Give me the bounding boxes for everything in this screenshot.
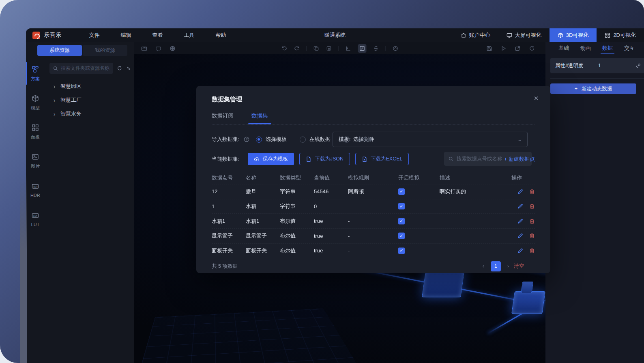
simulate-checkbox[interactable]: ✓ — [398, 233, 405, 239]
save-icon[interactable] — [486, 45, 492, 51]
resource-tree: ›智慧园区 ›智慧工厂 ›智慧水务 — [45, 78, 134, 121]
delete-icon[interactable] — [529, 248, 535, 254]
globe-icon[interactable] — [170, 45, 176, 51]
viz-2d-button[interactable]: 2D可视化 — [597, 28, 644, 42]
download-excel-button[interactable]: 下载为EXCEL — [355, 153, 409, 165]
datapoint-table: 数据点号 名称 数据类型 当前值 模拟规则 开启模拟 描述 操作 12 撒旦 字… — [212, 172, 535, 258]
account-center-button[interactable]: 账户中心 — [453, 28, 498, 42]
refresh-icon[interactable] — [117, 66, 122, 71]
import-label: 导入数据集: — [212, 136, 240, 143]
current-dataset-label: 当前数据集: — [212, 156, 240, 163]
rail-item-model[interactable]: 模型 — [26, 88, 45, 117]
tree-item-smart-factory[interactable]: ›智慧工厂 — [45, 93, 134, 107]
download-json-button[interactable]: 下载为JSON — [299, 153, 350, 165]
screenshot-icon[interactable] — [155, 45, 161, 51]
dynamic-data-row[interactable]: 属性#透明度 1 — [550, 58, 644, 73]
app-logo[interactable]: 乐吾乐 — [32, 32, 62, 39]
search-icon — [449, 156, 453, 161]
page-number[interactable]: 1 — [491, 261, 501, 271]
property-value: 1 — [598, 63, 631, 68]
clear-all-link[interactable]: 清空 — [514, 263, 524, 270]
edit-icon[interactable] — [517, 189, 523, 194]
asset-rail: 方案 模型 面板 图片 HDR HDR LUT LUT — [26, 59, 45, 363]
tab-interaction[interactable]: 交互 — [618, 42, 640, 54]
disc-tool-icon[interactable] — [392, 45, 398, 51]
edit-icon[interactable] — [517, 233, 523, 239]
simulate-checkbox[interactable]: ✓ — [398, 188, 405, 195]
template-select-placeholder: 请选择 — [356, 136, 512, 143]
property-label: 属性#透明度 — [555, 62, 594, 69]
model-cube-icon — [31, 94, 39, 102]
tree-item-smart-park[interactable]: ›智慧园区 — [45, 79, 134, 93]
tree-item-smart-water[interactable]: ›智慧水务 — [45, 107, 134, 121]
menu-help[interactable]: 帮助 — [205, 28, 237, 42]
rail-item-hdr[interactable]: HDR HDR — [26, 175, 45, 205]
table-footer: 共 5 项数据 ‹ 1 › 清空 — [212, 263, 535, 270]
image-icon — [31, 153, 39, 161]
tab-data[interactable]: 数据 — [597, 42, 618, 54]
collapse-panel-icon[interactable] — [126, 66, 131, 71]
clapperboard-icon[interactable] — [141, 45, 147, 51]
delete-icon[interactable] — [529, 233, 535, 239]
rotate-tool-icon[interactable] — [373, 45, 379, 51]
simulate-checkbox[interactable]: ✓ — [398, 218, 405, 224]
paste-icon[interactable] — [326, 45, 332, 51]
equipment-pump[interactable] — [511, 291, 545, 314]
menu-file[interactable]: 文件 — [79, 28, 110, 42]
delete-icon[interactable] — [529, 189, 535, 194]
rail-item-image[interactable]: 图片 — [26, 146, 45, 175]
tab-data-subscription[interactable]: 数据订阅 — [212, 112, 234, 124]
prev-page-icon[interactable]: ‹ — [483, 263, 484, 269]
tab-my-resources[interactable]: 我的资源 — [83, 45, 127, 56]
hdr-icon: HDR — [31, 182, 39, 190]
next-page-icon[interactable]: › — [507, 263, 509, 269]
radio-online-data[interactable]: 在线数据 — [300, 136, 331, 143]
translate-tool-icon[interactable] — [345, 45, 351, 51]
tab-component[interactable]: 组件 — [640, 42, 644, 54]
resource-search-input[interactable]: 搜索文件夹或资源名称 — [49, 63, 113, 74]
menu-tools[interactable]: 工具 — [174, 28, 205, 42]
template-select[interactable]: 模板: 请选择 ⌄ — [333, 132, 528, 147]
play-icon[interactable] — [500, 45, 507, 51]
help-icon[interactable] — [244, 137, 249, 142]
toolbar-right-group — [486, 45, 535, 51]
inspector-panel: 基础 动画 数据 交互 组件 属性#透明度 1 + 新建动态数据 — [545, 42, 644, 363]
simulate-checkbox[interactable]: ✓ — [398, 203, 405, 209]
resource-search-row: 搜索文件夹或资源名称 — [45, 59, 134, 78]
tab-basic[interactable]: 基础 — [553, 42, 575, 54]
edit-icon[interactable] — [517, 248, 523, 254]
new-datapoint-link[interactable]: + 新建数据点 — [504, 156, 535, 163]
edit-icon[interactable] — [517, 218, 523, 224]
redo-icon[interactable] — [294, 45, 300, 51]
undo-icon[interactable] — [281, 45, 287, 51]
link-icon[interactable] — [635, 63, 641, 68]
plus-icon: + — [575, 86, 577, 92]
table-row: 水箱1 水箱1 布尔值 true - ✓ — [212, 214, 535, 228]
delete-icon[interactable] — [529, 203, 535, 209]
bigscreen-viz-button[interactable]: 大屏可视化 — [498, 28, 550, 42]
edit-icon[interactable] — [517, 203, 523, 209]
rail-item-scheme[interactable]: 方案 — [26, 59, 45, 88]
rail-item-panel[interactable]: 面板 — [26, 117, 45, 146]
new-dynamic-data-button[interactable]: + 新建动态数据 — [550, 83, 636, 94]
delete-icon[interactable] — [529, 218, 535, 224]
tab-system-resources[interactable]: 系统资源 — [37, 45, 82, 56]
resource-search-placeholder: 搜索文件夹或资源名称 — [61, 65, 109, 72]
file-json-icon — [306, 156, 311, 162]
reload-icon[interactable] — [529, 45, 535, 51]
viz-3d-button[interactable]: 3D可视化 — [550, 28, 597, 42]
chevron-right-icon: › — [54, 96, 55, 104]
active-tool[interactable] — [358, 44, 366, 53]
close-icon[interactable]: ✕ — [532, 95, 540, 102]
radio-select-template[interactable]: 选择模板 — [256, 136, 287, 143]
save-as-template-button[interactable]: 保存为模板 — [248, 153, 294, 165]
tab-animation[interactable]: 动画 — [575, 42, 597, 54]
menu-edit[interactable]: 编辑 — [110, 28, 142, 42]
export-icon[interactable] — [515, 45, 521, 51]
tab-dataset[interactable]: 数据集 — [251, 112, 268, 124]
equipment-tank[interactable] — [422, 269, 465, 297]
simulate-checkbox[interactable]: ✓ — [398, 248, 405, 254]
menu-view[interactable]: 查看 — [142, 28, 174, 42]
rail-item-lut[interactable]: LUT LUT — [26, 205, 45, 234]
copy-icon[interactable] — [313, 45, 319, 51]
